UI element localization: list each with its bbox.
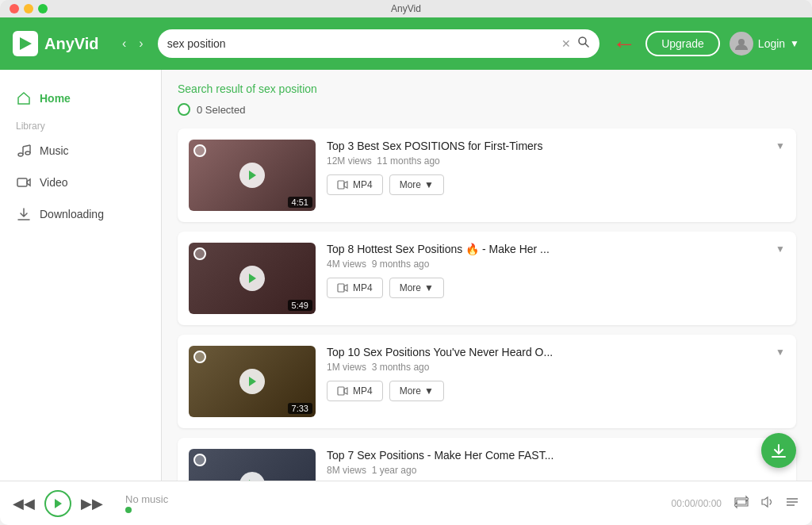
play-overlay-2[interactable] bbox=[239, 266, 265, 291]
sidebar: Home Library Music Vide bbox=[0, 70, 162, 481]
thumb-bg-4 bbox=[189, 449, 316, 481]
duration-1: 4:51 bbox=[288, 197, 312, 208]
minimize-button[interactable] bbox=[24, 4, 33, 13]
sidebar-item-downloading[interactable]: Downloading bbox=[0, 198, 161, 230]
downloading-icon bbox=[16, 206, 32, 222]
selected-count: 0 Selected bbox=[178, 103, 796, 116]
search-term: sex position bbox=[259, 82, 317, 95]
sidebar-music-label: Music bbox=[40, 144, 69, 157]
sidebar-item-music[interactable]: Music bbox=[0, 135, 161, 167]
thumb-radio-4[interactable] bbox=[193, 454, 206, 466]
thumbnail-2: 5:49 bbox=[189, 243, 316, 314]
sidebar-item-video[interactable]: Video bbox=[0, 167, 161, 198]
video-icon bbox=[16, 174, 32, 190]
main-layout: Home Library Music Vide bbox=[0, 70, 812, 481]
sidebar-video-label: Video bbox=[40, 176, 68, 189]
video-meta-1: 12M views 11 months ago bbox=[327, 155, 785, 167]
video-info-2: Top 8 Hottest Sex Positions 🔥 - Make Her… bbox=[327, 243, 785, 298]
video-title-row-2: Top 8 Hottest Sex Positions 🔥 - Make Her… bbox=[327, 243, 785, 255]
mp4-button-1[interactable]: MP4 bbox=[327, 174, 383, 195]
upgrade-button[interactable]: Upgrade bbox=[645, 31, 720, 56]
mp4-button-2[interactable]: MP4 bbox=[327, 278, 383, 298]
thumb-radio-1[interactable] bbox=[193, 144, 206, 157]
svg-marker-13 bbox=[249, 274, 256, 283]
expand-icon-1[interactable]: ▼ bbox=[776, 140, 785, 151]
expand-icon-2[interactable]: ▼ bbox=[776, 243, 785, 255]
sidebar-home-label: Home bbox=[40, 92, 71, 105]
no-music-label: No music bbox=[125, 493, 649, 505]
home-icon bbox=[16, 90, 32, 106]
skip-forward-button[interactable]: ▶▶ bbox=[81, 495, 103, 512]
thumb-radio-3[interactable] bbox=[193, 351, 206, 363]
skip-back-button[interactable]: ◀◀ bbox=[13, 495, 35, 512]
svg-marker-19 bbox=[55, 499, 62, 508]
player-controls: ◀◀ ▶▶ bbox=[13, 490, 103, 517]
more-button-1[interactable]: More ▼ bbox=[389, 174, 444, 195]
logo: AnyVid bbox=[13, 31, 108, 56]
mp4-button-3[interactable]: MP4 bbox=[327, 381, 383, 401]
svg-line-8 bbox=[23, 145, 30, 147]
more-button-2[interactable]: More ▼ bbox=[389, 278, 444, 298]
music-icon bbox=[16, 143, 32, 159]
svg-marker-15 bbox=[249, 377, 256, 386]
avatar bbox=[730, 32, 753, 56]
video-info-3: Top 10 Sex Positions You've Never Heard … bbox=[327, 346, 785, 401]
forward-button[interactable]: › bbox=[134, 33, 147, 54]
svg-rect-16 bbox=[338, 387, 344, 395]
selected-dot-icon bbox=[178, 103, 190, 116]
dropdown-icon: ▼ bbox=[790, 38, 799, 49]
video-title-2: Top 8 Hottest Sex Positions 🔥 - Make Her… bbox=[327, 243, 771, 255]
video-card-2: 5:49 Top 8 Hottest Sex Positions 🔥 - Mak… bbox=[178, 232, 796, 325]
more-chevron-3: ▼ bbox=[424, 385, 434, 397]
login-label: Login bbox=[758, 37, 785, 50]
play-overlay-4[interactable] bbox=[239, 472, 265, 481]
logo-text: AnyVid bbox=[44, 35, 99, 53]
svg-marker-11 bbox=[249, 171, 256, 180]
player-right-controls bbox=[734, 495, 799, 512]
video-title-1: Top 3 Best Sex POSITIONS for First-Timer… bbox=[327, 140, 771, 152]
app-title: AnyVid bbox=[391, 3, 421, 14]
more-chevron-1: ▼ bbox=[424, 179, 434, 190]
svg-rect-14 bbox=[338, 284, 344, 292]
volume-button[interactable] bbox=[760, 495, 774, 512]
svg-rect-12 bbox=[338, 181, 344, 189]
sidebar-downloading-label: Downloading bbox=[40, 208, 104, 220]
search-result-header: Search result of sex position bbox=[178, 82, 796, 95]
header: AnyVid ‹ › ✕ ← Upgrade Login ▼ bbox=[0, 17, 812, 70]
svg-point-4 bbox=[18, 153, 23, 156]
login-area[interactable]: Login ▼ bbox=[730, 32, 799, 56]
video-title-row-3: Top 10 Sex Positions You've Never Heard … bbox=[327, 346, 785, 358]
player-bar: ◀◀ ▶▶ No music 00:00/00:00 bbox=[0, 481, 812, 525]
video-card-4: 5:25 Top 7 Sex Positions - Make Her Come… bbox=[178, 438, 796, 481]
playlist-button[interactable] bbox=[785, 495, 799, 512]
search-icon[interactable] bbox=[577, 36, 590, 52]
video-title-4: Top 7 Sex Positions - Make Her Come FAST… bbox=[327, 449, 771, 462]
thumbnail-4: 5:25 bbox=[189, 449, 316, 481]
svg-line-2 bbox=[585, 44, 588, 47]
back-button[interactable]: ‹ bbox=[117, 33, 131, 54]
video-info-1: Top 3 Best Sex POSITIONS for First-Timer… bbox=[327, 140, 785, 195]
sidebar-item-home[interactable]: Home bbox=[0, 82, 161, 114]
thumb-radio-2[interactable] bbox=[193, 247, 206, 260]
search-input[interactable] bbox=[167, 37, 555, 50]
video-card-1: 4:51 Top 3 Best Sex POSITIONS for First-… bbox=[178, 128, 796, 222]
clear-search-icon[interactable]: ✕ bbox=[561, 37, 571, 50]
video-meta-3: 1M views 3 months ago bbox=[327, 362, 785, 373]
close-button[interactable] bbox=[10, 4, 19, 13]
time-display: 00:00/00:00 bbox=[672, 498, 722, 509]
video-title-row-1: Top 3 Best Sex POSITIONS for First-Timer… bbox=[327, 140, 785, 152]
play-overlay-3[interactable] bbox=[239, 369, 265, 394]
video-title-row-4: Top 7 Sex Positions - Make Her Come FAST… bbox=[327, 449, 785, 462]
svg-marker-0 bbox=[20, 37, 32, 50]
more-button-3[interactable]: More ▼ bbox=[389, 381, 444, 401]
play-overlay-1[interactable] bbox=[239, 163, 265, 188]
video-meta-2: 4M views 9 months ago bbox=[327, 259, 785, 270]
download-fab[interactable] bbox=[761, 433, 796, 468]
play-pause-button[interactable] bbox=[44, 490, 71, 517]
thumbnail-1: 4:51 bbox=[189, 140, 316, 211]
expand-icon-3[interactable]: ▼ bbox=[776, 347, 785, 358]
repeat-button[interactable] bbox=[734, 495, 749, 512]
video-actions-2: MP4 More ▼ bbox=[327, 278, 785, 298]
video-title-3: Top 10 Sex Positions You've Never Heard … bbox=[327, 346, 771, 358]
maximize-button[interactable] bbox=[38, 4, 48, 13]
